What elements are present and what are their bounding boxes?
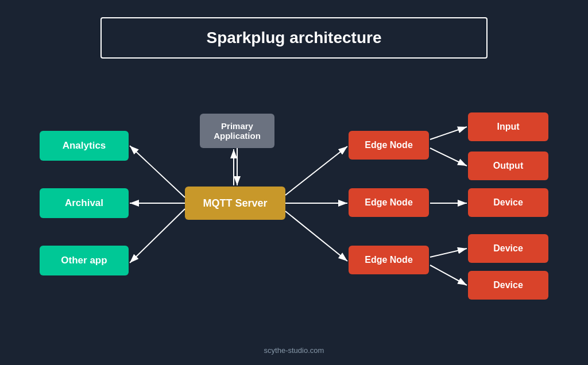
svg-line-11 (430, 148, 467, 166)
primary-app-node: Primary Application (200, 114, 274, 148)
svg-line-10 (430, 127, 467, 139)
device-3-node: Device (468, 271, 548, 300)
output-node: Output (468, 152, 548, 180)
other-app-node: Other app (40, 246, 129, 275)
svg-line-7 (285, 146, 347, 195)
archival-node: Archival (40, 188, 129, 218)
input-node: Input (468, 112, 548, 141)
svg-line-9 (285, 211, 347, 261)
svg-line-4 (130, 146, 185, 197)
svg-line-13 (430, 248, 467, 257)
edge-node-3: Edge Node (349, 246, 429, 274)
mqtt-server-node: MQTT Server (185, 187, 285, 220)
svg-line-14 (430, 265, 467, 285)
footer: scythe-studio.com (0, 346, 588, 355)
analytics-node: Analytics (40, 131, 129, 161)
device-2-node: Device (468, 234, 548, 263)
title-box: Sparkplug architecture (100, 17, 488, 59)
svg-line-6 (130, 209, 185, 263)
edge-node-1: Edge Node (349, 131, 429, 160)
page-title: Sparkplug architecture (207, 29, 382, 46)
edge-node-2: Edge Node (349, 188, 429, 217)
device-1-node: Device (468, 188, 548, 217)
